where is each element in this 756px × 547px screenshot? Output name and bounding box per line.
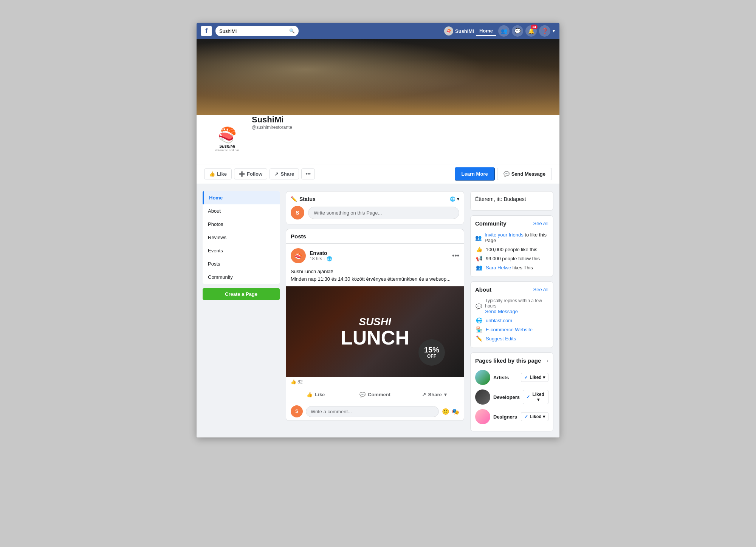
comment-input[interactable]: Write a comment... xyxy=(306,406,439,417)
lunch-text: Sushi LUNCH xyxy=(341,316,409,348)
status-input[interactable]: Write something on this Page... xyxy=(308,207,459,219)
messenger-small-icon: 💬 xyxy=(503,171,510,177)
nav-home-link[interactable]: Home xyxy=(476,26,496,36)
artists-avatar xyxy=(475,370,490,385)
posts-section-title: Posts xyxy=(286,229,464,244)
designers-avatar xyxy=(475,409,490,424)
suggest-edits-link[interactable]: Suggest Edits xyxy=(486,336,516,341)
discount-off-text: OFF xyxy=(427,354,436,359)
community-see-all[interactable]: See All xyxy=(533,221,548,226)
more-options-button[interactable]: ••• xyxy=(301,168,315,179)
post-reactions: 👍 82 xyxy=(286,377,464,387)
nav-help-button[interactable]: ❓ xyxy=(539,25,550,37)
emoji-icon[interactable]: 🙂 xyxy=(442,408,449,415)
artists-liked-button[interactable]: ✓ Liked ▾ xyxy=(521,373,548,382)
profile-photo: 🍣 SushiMi ristorante and bar xyxy=(203,115,252,164)
sushi-label: Sushi xyxy=(341,316,409,328)
likes-icon: 👍 xyxy=(475,246,483,252)
post-author-avatar: 🍣 xyxy=(291,248,306,263)
cover-image xyxy=(197,39,559,115)
sushimi-logo: 🍣 SushiMi ristorante and bar xyxy=(204,116,250,162)
cover-section: 🍣 SushiMi ristorante and bar SushiMi @su… xyxy=(197,39,559,184)
website-link[interactable]: unblast.com xyxy=(486,318,512,323)
send-message-button[interactable]: 💬 Send Message xyxy=(497,168,552,180)
status-header: ✏️ Status 🌐 ▾ xyxy=(291,196,459,202)
about-reply-info: Typically replies within a few hours Sen… xyxy=(485,298,548,314)
post-time: 18 hrs xyxy=(310,256,322,261)
community-card-title: Community xyxy=(475,220,507,227)
nav-messenger-button[interactable]: 💬 xyxy=(512,25,523,37)
search-bar[interactable]: 🔍 xyxy=(215,26,299,36)
about-see-all[interactable]: See All xyxy=(533,287,548,292)
post-author-info: Envato 18 hrs · 🌐 xyxy=(310,250,448,261)
discount-percent: 15% xyxy=(424,346,439,354)
designers-liked-button[interactable]: ✓ Liked ▾ xyxy=(521,412,548,421)
share-button[interactable]: ↗ Share xyxy=(270,168,299,179)
status-flag: 🌐 ▾ xyxy=(450,196,459,202)
reply-icon: 💬 xyxy=(475,303,482,309)
developers-liked-button[interactable]: ✓ Liked ▾ xyxy=(523,390,548,404)
page-container: 🍣 SushiMi ristorante and bar SushiMi @su… xyxy=(197,39,559,437)
send-message-link[interactable]: Send Message xyxy=(485,309,548,314)
page-handle: @sushimirestorante xyxy=(252,125,553,130)
main-content: Home About Photos Reviews Events Posts C… xyxy=(197,185,559,437)
post-comment-icon: 💬 xyxy=(359,392,366,397)
sidebar-item-about[interactable]: About xyxy=(203,204,280,218)
sticker-icon[interactable]: 🎭 xyxy=(452,408,459,415)
community-card: Community See All 👥 Invite your friends … xyxy=(470,215,553,277)
nav-username: SushiMi xyxy=(455,28,474,34)
globe-icon: 🌐 xyxy=(475,317,483,323)
sushimi-brand-text: SushiMi xyxy=(219,144,235,148)
about-reply-row: 💬 Typically replies within a few hours S… xyxy=(475,297,548,316)
sidebar-item-community[interactable]: Community xyxy=(203,270,280,284)
invite-link-text[interactable]: Invite your friends xyxy=(485,232,524,238)
like-icon: 👍 xyxy=(209,171,215,177)
likes-count-text: 100,000 people like this xyxy=(486,247,538,252)
pages-liked-card: Pages liked by this page › Artists ✓ Lik… xyxy=(470,352,553,431)
designers-name[interactable]: Designers xyxy=(493,414,518,420)
share-dropdown-icon[interactable]: ▾ xyxy=(444,392,447,397)
post-text-line2: Minden nap 11:30 és 14:30 között érvénye… xyxy=(291,275,459,283)
artists-name[interactable]: Artists xyxy=(493,375,518,380)
follow-button[interactable]: ➕ Follow xyxy=(234,168,267,179)
invite-link[interactable]: Invite your friends to like this Page xyxy=(485,232,548,243)
follows-icon: 📢 xyxy=(475,255,483,261)
website-type-link[interactable]: E-commerce Website xyxy=(486,327,533,332)
lunch-label: LUNCH xyxy=(341,328,409,348)
dropdown-arrow[interactable]: ▾ xyxy=(457,196,459,202)
community-user-likes-row: 👥 Sara Helwe likes This xyxy=(475,263,548,272)
status-title-text: Status xyxy=(299,196,316,202)
send-message-label: Send Message xyxy=(511,171,545,177)
left-sidebar: Home About Photos Reviews Events Posts C… xyxy=(197,191,280,431)
post-like-label: Like xyxy=(315,392,325,397)
post-like-button[interactable]: 👍 Like xyxy=(286,389,345,400)
search-input[interactable] xyxy=(219,28,289,34)
post-options-button[interactable]: ••• xyxy=(452,252,459,260)
sidebar-item-photos[interactable]: Photos xyxy=(203,218,280,231)
cover-image-content xyxy=(197,39,559,115)
user-likes-name[interactable]: Sara Helwe xyxy=(486,265,511,270)
sidebar-item-reviews[interactable]: Reviews xyxy=(203,231,280,244)
sidebar-nav: Home About Photos Reviews Events Posts C… xyxy=(203,191,280,284)
like-button[interactable]: 👍 Like xyxy=(204,168,232,179)
post-comment-button[interactable]: 💬 Comment xyxy=(345,389,405,400)
post-author-name[interactable]: Envato xyxy=(310,250,448,256)
learn-more-button[interactable]: Learn More xyxy=(455,167,495,181)
about-card-header: About See All xyxy=(475,286,548,293)
sidebar-item-posts[interactable]: Posts xyxy=(203,257,280,270)
community-card-header: Community See All xyxy=(475,220,548,227)
nav-friends-button[interactable]: 👥 xyxy=(498,25,510,37)
create-page-button[interactable]: Create a Page xyxy=(203,288,280,300)
nav-dropdown-chevron[interactable]: ▾ xyxy=(553,28,555,34)
sidebar-item-home[interactable]: Home xyxy=(203,191,280,204)
developers-name[interactable]: Developers xyxy=(493,394,520,400)
nav-user[interactable]: 🍣 SushiMi xyxy=(444,26,474,36)
post-share-button[interactable]: ↗ Share ▾ xyxy=(404,389,464,400)
developers-liked-label: Liked ▾ xyxy=(531,392,545,402)
pages-liked-chevron[interactable]: › xyxy=(547,358,548,363)
nav-notifications-button[interactable]: 🔔 14 xyxy=(525,25,537,37)
designers-info: Designers xyxy=(493,414,518,420)
sidebar-item-events[interactable]: Events xyxy=(203,244,280,257)
status-title: ✏️ Status xyxy=(291,196,316,202)
page-liked-row-developers: Developers ✓ Liked ▾ xyxy=(475,387,548,407)
